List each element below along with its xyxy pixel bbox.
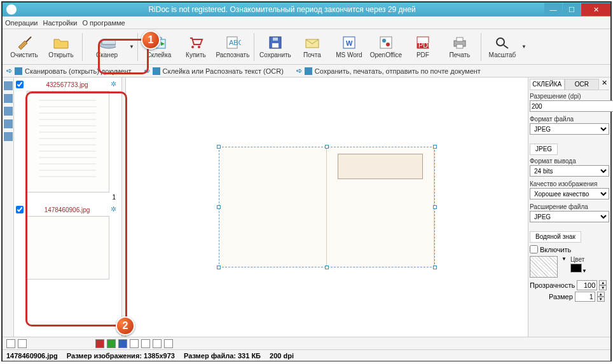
minimize-button[interactable]: — [544,3,562,16]
pattern-dropdown-arrow[interactable]: ▼ [561,256,567,262]
openoffice-button[interactable]: OpenOffice [368,31,404,63]
doc-page-right [327,147,434,267]
resize-handle[interactable] [217,266,221,269]
menu-settings[interactable]: Настройки [43,19,77,27]
resize-handle[interactable] [433,266,437,269]
output-select[interactable]: 24 bits [530,165,609,177]
spin-up[interactable]: ▲ [599,280,607,285]
format-select[interactable]: JPEG [530,123,609,135]
doc-icon [305,67,312,75]
watermark-subtab[interactable]: Водяной знак [530,231,581,243]
resize-handle[interactable] [217,205,221,209]
menu-operations[interactable]: Операции [5,19,38,27]
svg-rect-23 [457,37,463,41]
open-button[interactable]: Открыть [43,31,79,63]
thumbnail-item[interactable]: 432567733.jpg ✲ 1 [16,79,120,201]
color-dropdown-arrow[interactable]: ▼ [582,268,587,274]
doc-icon [153,67,160,75]
thumb-preview[interactable] [27,216,109,280]
size-input[interactable] [575,292,595,302]
preview-area[interactable] [126,78,528,337]
doc-icon [15,67,22,75]
bt-icon[interactable] [164,339,173,348]
close-button[interactable]: ✕ [581,3,610,16]
tab-ocr[interactable]: OCR [565,79,600,90]
resize-handle[interactable] [217,145,221,149]
glue-button[interactable]: Склейка [141,31,177,63]
pdf-button[interactable]: PDF PDF [405,31,441,63]
resize-handle[interactable] [325,266,329,269]
bt-icon[interactable] [107,339,116,348]
printer-icon [451,35,469,50]
bt-icon[interactable] [118,339,127,348]
pdf-icon: PDF [414,35,432,50]
main-toolbar: Очистить Открыть Сканер ▼ Склейка Купить… [3,29,610,65]
resize-handle[interactable] [433,205,437,209]
maximize-button[interactable]: ☐ [563,3,581,16]
thumbnail-item[interactable]: 1478460906.jpg ✲ [16,205,120,280]
spin-down[interactable]: ▼ [597,297,605,302]
thumb-preview[interactable] [27,91,109,192]
buy-button[interactable]: Купить [178,31,214,63]
dpi-input[interactable] [530,100,613,112]
openoffice-icon [377,35,395,50]
svg-point-17 [382,39,386,43]
jpeg-subtab[interactable]: JPEG [530,144,558,155]
gear-icon[interactable]: ✲ [111,205,120,214]
settings-panel: СКЛЕЙКА OCR ✕ Разрешение (dpi) … Формат … [528,78,610,337]
thumb-checkbox[interactable] [16,81,24,88]
resize-handle[interactable] [325,145,329,149]
ext-select[interactable]: JPEG [530,211,609,222]
cart-icon [187,35,205,50]
document-preview[interactable] [219,147,435,267]
tab-glue[interactable]: СКЛЕЙКА [530,79,565,90]
bt-icon[interactable] [95,339,104,348]
word-button[interactable]: W MS Word [331,31,367,63]
resize-handle[interactable] [433,145,437,149]
ocr-button[interactable]: ABC Распознать [215,31,251,63]
save-button[interactable]: Сохранить [258,31,293,63]
svg-rect-16 [380,37,392,48]
spin-up[interactable]: ▲ [597,292,605,297]
zoom-button[interactable]: Масштаб [485,31,520,63]
panel-close-icon[interactable]: ✕ [599,79,609,90]
gear-icon[interactable]: ✲ [111,80,120,89]
clear-button[interactable]: Очистить [6,31,42,63]
mail-button[interactable]: Почта [294,31,330,63]
magnifier-icon [493,35,511,50]
rail-icon[interactable] [4,119,13,128]
bt-icon[interactable] [18,339,27,348]
bt-icon[interactable] [6,339,15,348]
broom-icon [15,35,33,50]
rail-icon[interactable] [4,81,13,90]
scanner-icon [98,35,116,50]
scanner-button[interactable]: Сканер [86,31,128,63]
pattern-preview [530,256,558,278]
zoom-dropdown-arrow[interactable]: ▼ [521,44,527,50]
rail-icon[interactable] [4,94,13,103]
rail-icon[interactable] [4,107,13,116]
titlebar: RiDoc is not registered. Ознакомительный… [3,3,610,17]
scanner-dropdown-arrow[interactable]: ▼ [129,44,134,50]
color-swatch[interactable] [570,264,582,273]
quality-select[interactable]: Хорошее качество [530,188,609,199]
thumb-number: 1 [16,194,120,201]
word-icon: W [340,35,358,50]
thumb-filename: 1478460906.jpg [24,206,111,213]
bt-icon[interactable] [153,339,162,348]
rail-icon[interactable] [4,132,13,141]
svg-text:W: W [346,39,353,47]
bt-icon[interactable] [130,339,139,348]
app-icon [6,4,17,15]
opacity-input[interactable] [577,280,597,290]
status-fsize-label: Размер файла: [184,352,236,360]
menu-about[interactable]: О программе [82,19,125,27]
print-button[interactable]: Печать [442,31,478,63]
thumb-checkbox[interactable] [16,206,24,213]
spin-down[interactable]: ▼ [599,285,607,290]
watermark-enable-checkbox[interactable] [530,245,538,253]
bt-icon[interactable] [141,339,150,348]
svg-point-7 [198,46,200,48]
format-label: Формат файла [530,116,609,123]
opacity-label: Прозрачность [530,281,575,289]
